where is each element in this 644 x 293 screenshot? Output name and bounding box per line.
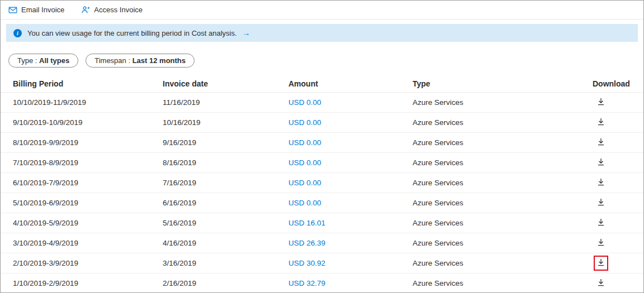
download-cell [593, 95, 643, 110]
billing-period-cell: 7/10/2019-8/9/2019 [13, 158, 163, 167]
table-row: 3/10/2019-4/9/2019 4/16/2019 USD 26.39 A… [1, 233, 643, 253]
download-invoice-button[interactable] [594, 175, 608, 190]
download-invoice-button[interactable] [594, 115, 608, 130]
email-invoice-label: Email Invoice [21, 6, 64, 14]
table-row: 5/10/2019-6/9/2019 6/16/2019 USD 0.00 Az… [1, 193, 643, 213]
filter-separator: : [126, 56, 132, 65]
download-invoice-button[interactable] [594, 95, 608, 110]
invoice-date-cell: 2/16/2019 [163, 279, 288, 287]
timespan-filter-label: Timespan [94, 56, 126, 65]
download-icon [597, 198, 605, 208]
type-filter-value: All types [39, 56, 69, 65]
table-row: 8/10/2019-9/9/2019 9/16/2019 USD 0.00 Az… [1, 133, 643, 153]
invoice-type-cell: Azure Services [413, 98, 593, 107]
billing-period-cell: 6/10/2019-7/9/2019 [13, 179, 163, 187]
timespan-filter-value: Last 12 months [132, 56, 186, 65]
invoice-table-body: 10/10/2019-11/9/2019 11/16/2019 USD 0.00… [1, 93, 643, 293]
info-icon: i [13, 29, 22, 37]
invoice-table-header: Billing Period Invoice date Amount Type … [1, 75, 643, 93]
banner-arrow-link[interactable]: → [243, 28, 250, 37]
download-cell [593, 175, 643, 190]
invoice-date-cell: 10/16/2019 [163, 118, 288, 127]
download-cell [593, 155, 643, 170]
invoice-amount-link[interactable]: USD 0.00 [288, 98, 413, 107]
download-icon [597, 98, 605, 107]
invoice-type-cell: Azure Services [413, 118, 593, 127]
download-icon [597, 158, 605, 167]
download-icon [597, 138, 605, 147]
download-invoice-button[interactable] [594, 215, 608, 230]
invoice-amount-link[interactable]: USD 26.39 [288, 239, 413, 247]
filter-separator: : [33, 56, 39, 65]
table-row: 10/10/2019-11/9/2019 11/16/2019 USD 0.00… [1, 93, 643, 113]
download-cell [593, 135, 643, 150]
download-cell [593, 215, 643, 230]
column-header-download[interactable]: Download [593, 79, 643, 88]
banner-text: You can view usage for the current billi… [27, 29, 237, 37]
column-header-type[interactable]: Type [413, 79, 593, 88]
invoice-type-cell: Azure Services [413, 279, 593, 287]
invoice-type-cell: Azure Services [413, 219, 593, 227]
download-invoice-button[interactable] [594, 155, 608, 170]
billing-period-cell: 10/10/2019-11/9/2019 [13, 98, 163, 107]
download-cell [593, 256, 643, 271]
download-cell [593, 195, 643, 210]
download-invoice-button[interactable] [594, 236, 608, 251]
envelope-icon [8, 6, 17, 15]
cost-analysis-banner: i You can view usage for the current bil… [6, 24, 638, 42]
invoice-type-cell: Azure Services [413, 138, 593, 147]
billing-period-cell: 5/10/2019-6/9/2019 [13, 199, 163, 207]
invoice-date-cell: 3/16/2019 [163, 259, 288, 267]
billing-period-cell: 8/10/2019-9/9/2019 [13, 138, 163, 147]
download-invoice-button[interactable] [594, 135, 608, 150]
invoice-date-cell: 8/16/2019 [163, 158, 288, 167]
invoice-type-cell: Azure Services [413, 158, 593, 167]
type-filter-label: Type [17, 56, 33, 65]
filter-bar: Type : All types Timespan : Last 12 mont… [8, 54, 643, 68]
invoice-amount-link[interactable]: USD 32.79 [288, 279, 413, 287]
invoice-amount-link[interactable]: USD 0.00 [288, 199, 413, 207]
invoice-date-cell: 11/16/2019 [163, 98, 288, 107]
billing-period-cell: 2/10/2019-3/9/2019 [13, 259, 163, 267]
billing-period-cell: 9/10/2019-10/9/2019 [13, 118, 163, 127]
download-icon [597, 258, 605, 268]
download-icon [597, 118, 605, 127]
invoice-amount-link[interactable]: USD 16.01 [288, 219, 413, 227]
download-cell [593, 276, 643, 291]
invoices-page: Email Invoice Access Invoice i You can v… [0, 0, 644, 293]
invoice-amount-link[interactable]: USD 0.00 [288, 138, 413, 147]
download-cell [593, 115, 643, 130]
download-cell [593, 236, 643, 251]
access-invoice-button[interactable]: Access Invoice [81, 6, 143, 15]
billing-period-cell: 1/10/2019-2/9/2019 [13, 279, 163, 287]
timespan-filter-pill[interactable]: Timespan : Last 12 months [86, 54, 195, 68]
download-icon [597, 218, 605, 228]
table-row: 7/10/2019-8/9/2019 8/16/2019 USD 0.00 Az… [1, 153, 643, 173]
type-filter-pill[interactable]: Type : All types [8, 54, 78, 68]
access-invoice-label: Access Invoice [94, 6, 143, 14]
invoice-date-cell: 4/16/2019 [163, 239, 288, 247]
download-invoice-button[interactable] [594, 195, 608, 210]
invoice-date-cell: 7/16/2019 [163, 179, 288, 187]
column-header-billing-period[interactable]: Billing Period [13, 79, 163, 88]
invoice-type-cell: Azure Services [413, 259, 593, 267]
invoice-date-cell: 5/16/2019 [163, 219, 288, 227]
invoice-amount-link[interactable]: USD 0.00 [288, 118, 413, 127]
table-row: 1/10/2019-2/9/2019 2/16/2019 USD 32.79 A… [1, 273, 643, 293]
invoice-type-cell: Azure Services [413, 239, 593, 247]
table-row: 4/10/2019-5/9/2019 5/16/2019 USD 16.01 A… [1, 213, 643, 233]
download-invoice-button[interactable] [594, 256, 608, 271]
invoice-amount-link[interactable]: USD 0.00 [288, 158, 413, 167]
table-row: 2/10/2019-3/9/2019 3/16/2019 USD 30.92 A… [1, 253, 643, 273]
invoice-date-cell: 9/16/2019 [163, 138, 288, 147]
email-invoice-button[interactable]: Email Invoice [8, 6, 64, 15]
toolbar: Email Invoice Access Invoice [1, 1, 643, 20]
invoice-type-cell: Azure Services [413, 199, 593, 207]
column-header-amount[interactable]: Amount [288, 79, 413, 88]
invoice-date-cell: 6/16/2019 [163, 199, 288, 207]
column-header-invoice-date[interactable]: Invoice date [163, 79, 288, 88]
download-invoice-button[interactable] [594, 276, 608, 291]
invoice-amount-link[interactable]: USD 0.00 [288, 179, 413, 187]
invoice-type-cell: Azure Services [413, 179, 593, 187]
invoice-amount-link[interactable]: USD 30.92 [288, 259, 413, 267]
